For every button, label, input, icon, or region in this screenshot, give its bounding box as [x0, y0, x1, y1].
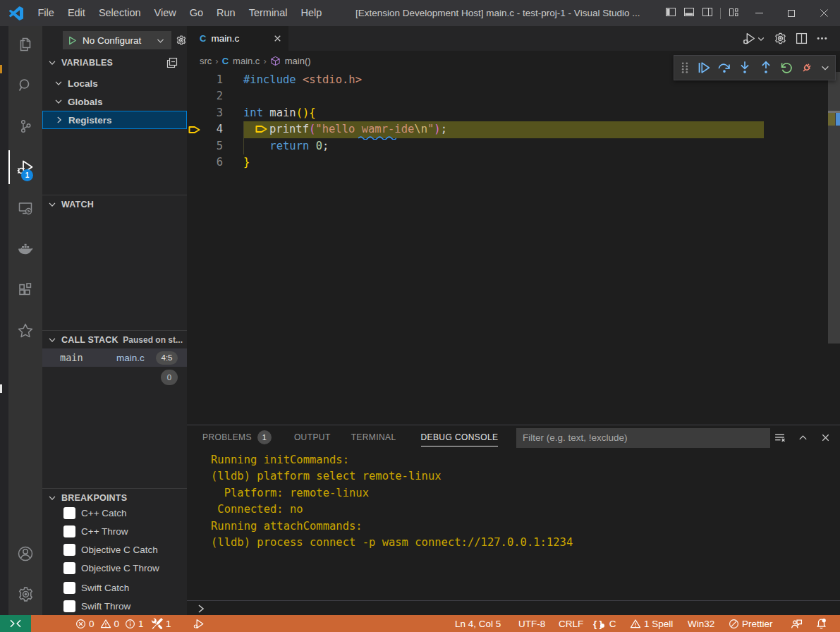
- remote-indicator[interactable]: [0, 615, 31, 632]
- activity-remote-explorer[interactable]: [8, 191, 42, 225]
- debug-settings-gear-icon[interactable]: [176, 35, 187, 46]
- problems-status[interactable]: 0 0 1: [75, 615, 144, 632]
- cursor-position[interactable]: Ln 4, Col 5: [455, 615, 501, 632]
- variables-globals-row[interactable]: Globals: [42, 92, 187, 111]
- call-stack-frame-row[interactable]: main main.c 4:5: [42, 348, 187, 367]
- close-window-button[interactable]: [808, 0, 840, 26]
- tab-debug-console[interactable]: DEBUG CONSOLE: [421, 425, 499, 449]
- call-stack-session-row[interactable]: 0: [42, 368, 187, 387]
- tab-main-c[interactable]: C main.c: [187, 26, 288, 51]
- menu-selection[interactable]: Selection: [92, 0, 147, 26]
- breakpoint-label: Swift Throw: [81, 601, 130, 612]
- overview-stackframe-marker: [828, 113, 835, 126]
- section-watch[interactable]: WATCH: [42, 195, 187, 214]
- activity-search[interactable]: [8, 68, 42, 102]
- formatter-status[interactable]: Prettier: [729, 615, 773, 632]
- eol-status[interactable]: CRLF: [559, 615, 583, 632]
- language-mode[interactable]: { } C: [593, 615, 616, 632]
- breakpoint-checkbox[interactable]: [63, 507, 75, 519]
- tab-terminal[interactable]: TERMINAL: [351, 432, 396, 442]
- activity-account[interactable]: [8, 537, 42, 571]
- console-line: (lldb) platform select remote-linux: [187, 468, 840, 485]
- breakpoint-checkbox[interactable]: [63, 525, 75, 537]
- breadcrumb-file[interactable]: main.c: [233, 56, 260, 66]
- breadcrumb-symbol[interactable]: main(): [285, 56, 311, 66]
- breakpoint-checkbox[interactable]: [63, 600, 75, 612]
- activity-docker[interactable]: [8, 232, 42, 266]
- breakpoint-checkbox[interactable]: [63, 562, 75, 574]
- run-or-debug-button[interactable]: [741, 31, 765, 47]
- activity-favorites[interactable]: [8, 314, 42, 348]
- menu-help[interactable]: Help: [294, 0, 329, 26]
- step-out-icon[interactable]: [758, 60, 774, 75]
- clear-console-icon[interactable]: [774, 432, 786, 444]
- breakpoint-label: C++ Catch: [81, 508, 127, 518]
- disconnect-icon[interactable]: [799, 60, 815, 75]
- customize-layout-icon[interactable]: [728, 6, 739, 20]
- debug-status[interactable]: [192, 615, 205, 632]
- spell-status[interactable]: 1 Spell: [630, 615, 673, 632]
- toolchain-status[interactable]: 1: [152, 615, 171, 632]
- chevron-down-icon: [757, 35, 765, 43]
- collapse-all-icon[interactable]: [166, 57, 178, 68]
- menu-view[interactable]: View: [147, 0, 183, 26]
- maximize-button[interactable]: [775, 0, 808, 26]
- split-editor-icon[interactable]: [796, 32, 808, 44]
- notifications-status[interactable]: [815, 615, 827, 632]
- chevron-down-icon[interactable]: [820, 63, 830, 73]
- breakpoint-row[interactable]: Objective C Throw: [42, 559, 187, 577]
- toggle-panel-icon[interactable]: [683, 6, 695, 20]
- code-region[interactable]: 1 #include <stdio.h> 2 3 int main(){ 4 p…: [187, 72, 840, 425]
- menu-file[interactable]: File: [31, 0, 61, 26]
- activity-explorer[interactable]: [8, 28, 42, 61]
- breadcrumb-folder[interactable]: src: [200, 56, 212, 66]
- menu-go[interactable]: Go: [183, 0, 209, 26]
- continue-icon[interactable]: [696, 60, 712, 75]
- toolbar-grip-icon[interactable]: [679, 61, 690, 74]
- toggle-sidebar-icon[interactable]: [665, 6, 676, 20]
- menu-bar: File Edit Selection View Go Run Terminal…: [31, 0, 329, 26]
- editor-gear-icon[interactable]: [774, 32, 787, 45]
- menu-terminal[interactable]: Terminal: [242, 0, 294, 26]
- minimize-button[interactable]: [743, 0, 775, 26]
- debug-config-dropdown[interactable]: No Configurat: [63, 31, 171, 49]
- restart-icon[interactable]: [779, 60, 794, 75]
- start-debug-icon[interactable]: [67, 35, 78, 46]
- activity-source-control[interactable]: [8, 109, 42, 143]
- breakpoint-row[interactable]: Swift Throw: [42, 597, 187, 615]
- step-over-icon[interactable]: [717, 60, 732, 75]
- menu-edit[interactable]: Edit: [61, 0, 92, 26]
- breakpoint-row[interactable]: Swift Catch: [42, 578, 187, 597]
- breakpoint-checkbox[interactable]: [63, 544, 75, 556]
- breakpoint-row[interactable]: C++ Catch: [42, 504, 187, 522]
- breakpoint-row[interactable]: C++ Throw: [42, 522, 187, 540]
- debug-console-input[interactable]: [187, 600, 840, 616]
- chevron-down-icon: [47, 200, 57, 209]
- close-panel-icon[interactable]: [820, 432, 831, 443]
- maximize-panel-icon[interactable]: [798, 432, 808, 443]
- section-call-stack[interactable]: CALL STACK Paused on st...: [42, 331, 187, 349]
- active-view-indicator: [8, 150, 10, 184]
- encoding-status[interactable]: UTF-8: [518, 615, 545, 632]
- variables-locals-row[interactable]: Locals: [42, 74, 187, 92]
- breakpoint-label: Swift Catch: [81, 583, 129, 593]
- variables-registers-row[interactable]: Registers: [42, 111, 187, 129]
- section-call-stack-title: CALL STACK: [61, 335, 118, 345]
- tab-problems[interactable]: PROBLEMS 1: [202, 430, 272, 444]
- code-line-3: 3 int main(){: [187, 105, 840, 121]
- tab-output[interactable]: OUTPUT: [294, 432, 331, 442]
- breakpoint-checkbox[interactable]: [63, 582, 75, 594]
- activity-extensions[interactable]: [8, 273, 42, 307]
- feedback-status[interactable]: [791, 615, 803, 632]
- toggle-secondary-sidebar-icon[interactable]: [702, 6, 713, 20]
- console-filter-input[interactable]: Filter (e.g. text, !exclude): [516, 428, 770, 448]
- activity-settings[interactable]: [8, 577, 42, 611]
- chevron-right-icon: ›: [263, 56, 266, 66]
- step-into-icon[interactable]: [737, 60, 753, 75]
- close-tab-icon[interactable]: [272, 33, 283, 44]
- more-actions-icon[interactable]: [816, 32, 828, 44]
- breakpoint-row[interactable]: Objective C Catch: [42, 540, 187, 559]
- section-variables[interactable]: VARIABLES: [42, 54, 187, 72]
- menu-run[interactable]: Run: [210, 0, 243, 26]
- platform-status[interactable]: Win32: [688, 615, 714, 632]
